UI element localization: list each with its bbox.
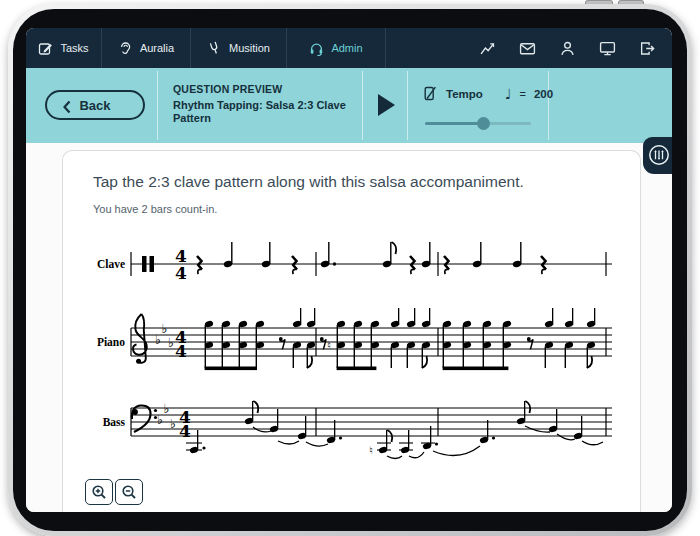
question-preview-block: QUESTION PREVIEW Rhythm Tapping: Salsa 2…	[173, 83, 367, 125]
svg-text:♭: ♭	[155, 332, 161, 347]
monitor-icon[interactable]	[599, 40, 616, 57]
headset-icon	[309, 41, 324, 56]
key-signature-flats: ♭ ♭ ♭	[155, 321, 174, 350]
svg-text:4: 4	[179, 421, 191, 441]
tab-label: Musition	[229, 42, 270, 54]
quarter-note-icon: ♩	[505, 86, 512, 102]
svg-text:♭: ♭	[170, 416, 176, 431]
settings-drawer-handle[interactable]	[643, 137, 672, 174]
top-nav: Tasks Auralia	[26, 28, 672, 68]
svg-text:4: 4	[175, 263, 187, 283]
clave-notes	[197, 242, 546, 274]
svg-text:♭: ♭	[164, 401, 170, 416]
svg-text:♭: ♭	[168, 335, 174, 350]
nav-actions	[479, 28, 656, 68]
question-preview-bar: Back QUESTION PREVIEW Rhythm Tapping: Sa…	[26, 68, 672, 143]
svg-text:♭: ♭	[157, 412, 163, 427]
bass-clef-icon	[132, 405, 157, 432]
question-prompt: Tap the 2:3 clave pattern along with thi…	[93, 173, 524, 191]
divider	[157, 71, 158, 140]
tab-admin[interactable]: Admin	[287, 28, 386, 68]
zoom-out-icon	[121, 484, 138, 501]
staff-label-bass: Bass	[103, 416, 126, 428]
key-signature-flats: ♭ ♭ ♭	[157, 401, 176, 431]
tab-auralia[interactable]: Auralia	[102, 28, 191, 68]
tempo-label: Tempo	[446, 88, 483, 100]
logout-icon[interactable]	[639, 40, 656, 57]
page: Tasks Auralia	[0, 0, 700, 536]
tab-label: Tasks	[60, 42, 88, 54]
slider-thumb[interactable]	[477, 117, 490, 130]
chevron-left-icon	[60, 99, 74, 115]
time-signature: 4 4	[175, 246, 187, 283]
countin-note: You have 2 bars count-in.	[93, 203, 217, 215]
tab-tasks[interactable]: Tasks	[26, 28, 102, 68]
user-icon[interactable]	[559, 40, 576, 57]
tasks-edit-icon	[38, 41, 53, 56]
piano-notes: ♮	[204, 308, 596, 370]
svg-text:♭: ♭	[162, 321, 168, 336]
zoom-out-button[interactable]	[115, 479, 143, 505]
mixer-sliders-icon	[647, 143, 671, 167]
staff-label-clave: Clave	[97, 258, 125, 270]
staff-label-piano: Piano	[97, 336, 125, 348]
back-label: Back	[79, 98, 110, 113]
question-title: Rhythm Tapping: Salsa 2:3 Clave Pattern	[173, 99, 367, 125]
metronome-icon	[422, 85, 438, 102]
bass-notes: ♮	[186, 401, 603, 459]
screen: Tasks Auralia	[26, 28, 672, 512]
mail-icon[interactable]	[519, 40, 536, 57]
divider	[548, 71, 549, 140]
tablet-frame: Tasks Auralia	[8, 4, 692, 536]
back-button[interactable]: Back	[45, 90, 145, 120]
score-notation: Clave 4 4	[75, 233, 617, 473]
svg-text:♮: ♮	[369, 444, 373, 456]
tempo-row: Tempo ♩ = 200	[422, 85, 553, 102]
time-signature: 4 4	[175, 327, 187, 361]
line-chart-icon[interactable]	[479, 40, 496, 57]
slider-fill	[425, 122, 483, 125]
tuning-fork-icon	[207, 41, 222, 56]
time-signature: 4 4	[179, 407, 191, 441]
svg-text:4: 4	[175, 341, 187, 361]
tablet-bezel: Tasks Auralia	[13, 9, 687, 531]
question-preview-eyebrow: QUESTION PREVIEW	[173, 83, 367, 95]
tab-label: Auralia	[140, 42, 174, 54]
zoom-in-button[interactable]	[85, 479, 113, 505]
question-card: Tap the 2:3 clave pattern along with thi…	[62, 150, 641, 512]
tempo-value: 200	[534, 88, 553, 100]
play-button[interactable]	[378, 94, 395, 116]
tempo-equals: =	[519, 88, 525, 100]
ear-icon	[118, 41, 133, 56]
tempo-slider[interactable]	[425, 116, 531, 130]
svg-text:♮: ♮	[327, 339, 331, 351]
tab-musition[interactable]: Musition	[191, 28, 287, 68]
divider	[407, 71, 408, 140]
zoom-in-icon	[91, 484, 108, 501]
zoom-controls	[85, 479, 143, 505]
tab-label: Admin	[331, 42, 362, 54]
